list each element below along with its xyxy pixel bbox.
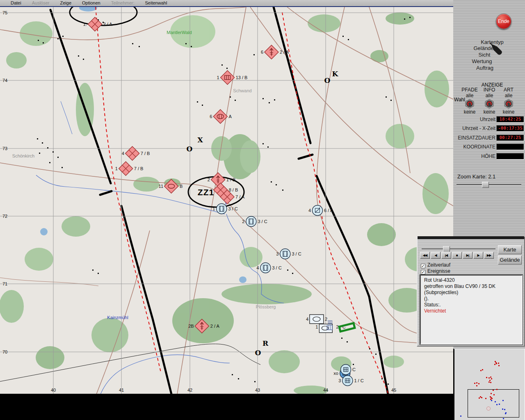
diamond-ovallines-icon [213,109,228,124]
readout-led-display: -00:17:35 [496,125,524,132]
menu-optionen[interactable]: Optionen [82,0,100,6]
minimap-blue-unit-dot [491,400,492,401]
step-forward-button[interactable]: ▶| [463,252,472,259]
minimap-blue-unit-dot [460,415,461,417]
selector-knob-icon[interactable] [464,99,475,109]
map-unit-diamond-ovallines[interactable]: 6A [209,109,232,124]
x-axis-tick: 44 [323,388,328,393]
map-marker-o: O [324,76,331,84]
selector-knob-icon[interactable] [503,99,514,109]
map-unit-circle-oval[interactable]: 13 / C [212,203,238,215]
map-unit-diamond-cross[interactable]: 1.2 / A [82,17,113,32]
menu-seitenwahl[interactable]: Seitenwahl [145,0,167,6]
readout-led-display [496,153,524,160]
step-back-button[interactable]: |◀ [441,252,451,259]
map-unit-diamond-oval[interactable]: 11B [158,179,184,194]
map-unit-diamond-arrow[interactable]: 2B2 / A [187,319,220,333]
checkbox-box[interactable]: ✓ [421,270,425,274]
circle-oval-icon [260,262,271,274]
minimap-blue-unit-dot [502,409,503,410]
kartentyp-option-wertung[interactable]: Wertung [453,58,511,65]
map-unit-green-rect[interactable] [337,322,357,333]
karte-button[interactable]: Karte [498,245,522,254]
anzeige-col-name: ART [499,87,518,93]
minimap-red-unit-dot [482,369,483,370]
zone-label-zz1: ZZ1 [198,187,214,197]
minimap-blue-unit-dot [499,404,500,405]
map-unit-diamond-grid[interactable]: 113 / B [216,70,249,85]
map-unit-circle-oval[interactable]: 23 / C [241,216,268,227]
anzeige-col-name: PFADE [460,87,479,93]
map-unit-diamond-arrow[interactable]: 62 / A [260,45,290,59]
map-unit-diamond-cross[interactable]: 17 / B [114,161,144,176]
unit-label-left: 4 [121,151,125,156]
minimap-red-unit-dot [478,383,479,384]
diamond-cross-icon [88,17,103,32]
minimap-red-unit-dot [490,377,491,378]
stop-button[interactable]: ■ [452,252,462,259]
unit-label-right: 2 / A [210,324,220,329]
map-unit-circle-grid[interactable]: C [340,364,356,375]
minimap-blue-unit-dot [503,418,504,419]
menu-datei[interactable]: Datei [11,0,21,6]
kartentyp-option-auftrag[interactable]: Auftrag [453,65,511,71]
anzeige-alle-label: alle [499,93,518,98]
play-back-button[interactable]: ◀ [431,252,441,259]
bottom-black-bar [0,394,453,420]
map-unit-circle-grid[interactable]: 31 / C [338,375,364,386]
unit-label-right: 2 / A [279,50,290,55]
unit-label-right: 3 / C [257,219,268,224]
checkbox-zeitverlauf[interactable]: ✓Zeitverlauf [421,262,450,268]
readout-led-display [496,144,524,150]
map-unit-circle-oval[interactable]: 33 / C [275,248,302,260]
green-rect-icon [337,322,357,333]
zoom-slider-track[interactable] [457,184,521,185]
zoom-slider-thumb[interactable] [482,182,489,188]
minimap-red-unit-dot [490,382,491,383]
message-line: (). [424,296,518,302]
minimap-red-unit-dot [476,385,477,386]
map-unit-diamond-cross[interactable]: 47 / B [121,146,151,161]
minimap-viewport-rect[interactable] [468,389,519,418]
readout-label: Uhrzeit [480,116,495,122]
menu-zeige[interactable]: Zeige [60,0,71,6]
time-slider-track[interactable] [422,249,495,250]
unit-label-left: 2 [241,219,245,224]
unit-label-left: 2 [207,177,211,182]
readout-einsatzdauer: EINSATZDAUER 00:27:25 [453,135,525,142]
checkbox-label: Ereignisse [427,268,450,274]
ende-button[interactable]: Ende [496,14,511,29]
tactical-map[interactable]: 404142434445757473727170MantlerWaldSchwa… [0,6,453,394]
minimap-blue-unit-dot [495,401,496,402]
time-slider-thumb[interactable] [443,246,450,252]
fast-forward-button[interactable]: ▶▶ [484,252,494,259]
gelaende-button[interactable]: Gelände [498,256,522,265]
anzeige-alle-label: alle [460,93,479,98]
place-label-kainzmühl: Kainzmühl [107,315,128,320]
place-label-plössberg: Plössberg [256,304,276,309]
rect-oval-grid-icon [319,320,335,333]
unit-label-right: 1 / B [226,177,237,182]
checkbox-box[interactable]: ✓ [421,264,425,268]
place-label-schwand: Schwand [233,88,251,93]
x-axis-tick: 43 [255,388,260,393]
unit-label-left: 6 [260,50,264,55]
readout-label: Uhrzeit - X-Zeit [462,126,495,131]
rewind-button[interactable]: ◀◀ [420,252,430,259]
minimap-red-unit-dot [494,364,495,365]
checkbox-ereignisse[interactable]: ✓Ereignisse [421,269,450,274]
menu-auslser: Auslöser [32,0,50,6]
y-axis-tick: 72 [2,214,7,219]
unit-label-left: 1 [216,75,220,80]
map-unit-circle-oval[interactable]: 43 / C [256,262,282,274]
place-label-schönkirch: Schönkirch [12,153,34,158]
map-unit-diamond-cross[interactable]: 7 / A [220,189,245,204]
unit-label-right: 2 / A [103,22,113,27]
overview-minimap[interactable] [453,349,525,420]
map-unit-circle-diag[interactable]: 46 / A [308,205,334,216]
play-button[interactable]: ▶ [473,252,483,259]
circle-diag-icon [312,205,323,216]
selector-knob-icon[interactable] [484,99,495,109]
kartentyp-knob-pointer-icon[interactable] [488,40,505,57]
minimap-red-unit-dot [481,397,482,398]
